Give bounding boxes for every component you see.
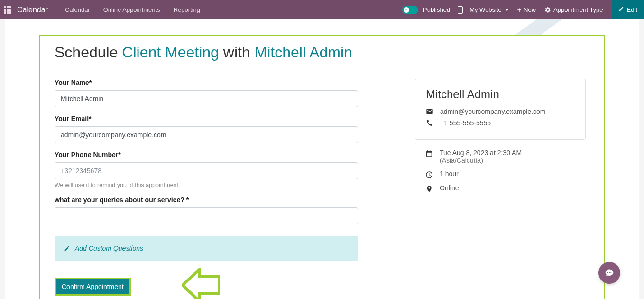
- top-navbar: Calendar Calendar Online Appointments Re…: [0, 0, 644, 19]
- name-field[interactable]: [55, 90, 358, 107]
- heading-mid: with: [219, 44, 255, 61]
- published-label: Published: [423, 6, 450, 13]
- form-group-queries: what are your queries about our service?…: [55, 196, 358, 224]
- form-group-phone: Your Phone Number* We will use it to rem…: [55, 151, 358, 188]
- arrow-annotation: [182, 268, 220, 299]
- confirm-appointment-button[interactable]: Confirm Appointment: [55, 278, 131, 296]
- appointment-timezone: (Asia/Calcutta): [440, 157, 522, 164]
- appointment-location: Online: [440, 184, 459, 192]
- svg-point-2: [610, 272, 611, 273]
- appointment-type-button[interactable]: Appointment Type: [543, 6, 605, 13]
- highlighted-form-container: Schedule Client Meeting with Mitchell Ad…: [39, 35, 605, 299]
- nav-link-calendar[interactable]: Calendar: [59, 6, 96, 13]
- appointment-datetime: Tue Aug 8, 2023 at 2:30 AM: [440, 149, 522, 157]
- my-website-dropdown[interactable]: My Website: [468, 6, 511, 13]
- heading-prefix: Schedule: [55, 44, 122, 61]
- new-button[interactable]: + New: [515, 6, 538, 14]
- appointment-duration-row: 1 hour: [425, 170, 575, 178]
- page-heading: Schedule Client Meeting with Mitchell Ad…: [55, 44, 589, 67]
- side-column: Mitchell Admin admin@yourcompany.example…: [415, 79, 586, 296]
- pencil-icon: [618, 6, 624, 13]
- host-phone: +1 555-555-5555: [440, 119, 491, 127]
- add-custom-questions-button[interactable]: Add Custom Questions: [55, 236, 358, 261]
- caret-down-icon: [505, 9, 509, 11]
- queries-field[interactable]: [55, 207, 358, 224]
- apps-grid-icon[interactable]: [4, 6, 11, 14]
- form-column: Your Name* Your Email* Your Phone Number…: [55, 79, 358, 296]
- edit-label: Edit: [627, 6, 637, 13]
- add-questions-label: Add Custom Questions: [75, 244, 143, 252]
- new-label: New: [524, 6, 536, 13]
- chat-icon: [605, 268, 614, 278]
- svg-point-0: [607, 272, 608, 273]
- host-card: Mitchell Admin admin@yourcompany.example…: [415, 79, 586, 140]
- gear-icon: [544, 7, 551, 13]
- chat-bubble-button[interactable]: [598, 262, 620, 284]
- check-icon: ✓: [404, 7, 409, 13]
- plus-icon: +: [517, 6, 521, 14]
- nav-link-reporting[interactable]: Reporting: [168, 6, 206, 13]
- host-name: Mitchell Admin: [426, 88, 575, 101]
- navbar-left: Calendar Calendar Online Appointments Re…: [4, 6, 206, 14]
- pencil-icon: [64, 245, 70, 252]
- svg-point-1: [609, 272, 610, 273]
- heading-host: Mitchell Admin: [255, 44, 352, 61]
- edit-button[interactable]: Edit: [612, 0, 644, 19]
- phone-icon: [426, 119, 433, 127]
- content-area[interactable]: Schedule Client Meeting with Mitchell Ad…: [5, 19, 639, 299]
- appointment-datetime-row: Tue Aug 8, 2023 at 2:30 AM (Asia/Calcutt…: [425, 149, 575, 164]
- appointment-type-label: Appointment Type: [553, 6, 603, 13]
- appointment-location-row: Online: [425, 184, 575, 193]
- queries-label: what are your queries about our service?…: [55, 196, 358, 204]
- heading-appointment-type: Client Meeting: [122, 44, 219, 61]
- mobile-preview-icon[interactable]: [458, 6, 463, 14]
- email-label: Your Email*: [55, 115, 358, 122]
- host-email-row: admin@yourcompany.example.com: [426, 108, 575, 115]
- name-label: Your Name*: [55, 79, 358, 86]
- host-phone-row: +1 555-555-5555: [426, 119, 575, 127]
- app-title[interactable]: Calendar: [17, 6, 48, 14]
- form-group-email: Your Email*: [55, 115, 358, 143]
- envelope-icon: [426, 108, 433, 115]
- clock-icon: [425, 171, 433, 178]
- phone-field[interactable]: [55, 162, 358, 179]
- phone-help-text: We will use it to remind you of this app…: [55, 182, 358, 188]
- nav-link-online-appointments[interactable]: Online Appointments: [98, 6, 166, 13]
- phone-label: Your Phone Number*: [55, 151, 358, 159]
- location-pin-icon: [425, 185, 433, 193]
- my-website-label: My Website: [469, 6, 502, 13]
- published-toggle[interactable]: ✓: [402, 6, 418, 14]
- calendar-icon: [425, 150, 433, 158]
- navbar-right: ✓ Published My Website + New Appointment…: [402, 0, 640, 19]
- appointment-duration: 1 hour: [440, 170, 459, 178]
- email-field[interactable]: [55, 126, 358, 143]
- host-email: admin@yourcompany.example.com: [440, 108, 546, 115]
- form-group-name: Your Name*: [55, 79, 358, 107]
- form-layout: Your Name* Your Email* Your Phone Number…: [55, 79, 589, 296]
- appointment-info: Tue Aug 8, 2023 at 2:30 AM (Asia/Calcutt…: [415, 149, 586, 193]
